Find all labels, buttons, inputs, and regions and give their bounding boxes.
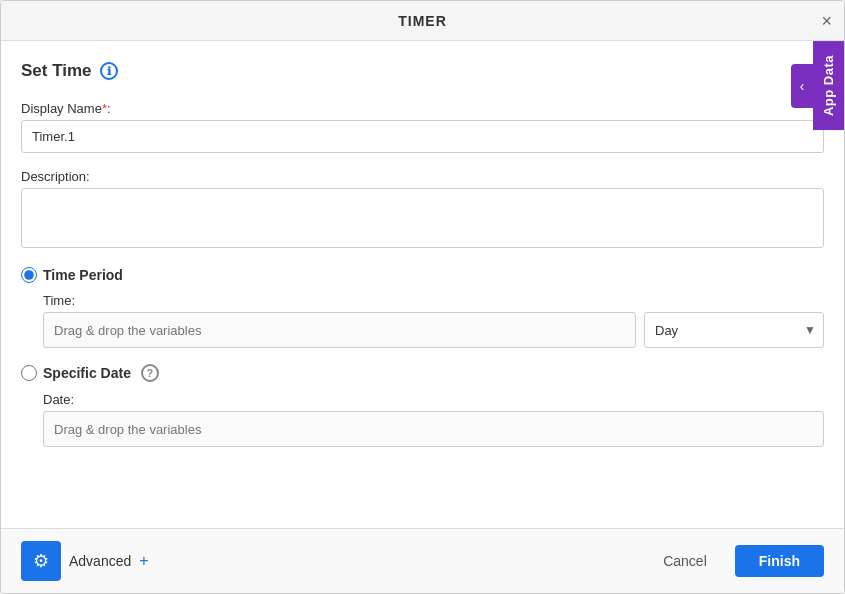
finish-button[interactable]: Finish — [735, 545, 824, 577]
modal-header: TIMER × — [1, 1, 844, 41]
modal-body: Set Time ℹ Display Name*: Description: T… — [1, 41, 844, 528]
specific-date-label[interactable]: Specific Date — [43, 365, 131, 381]
gear-icon: ⚙ — [33, 550, 49, 572]
description-group: Description: — [21, 169, 824, 251]
description-textarea[interactable] — [21, 188, 824, 248]
modal-title: TIMER — [398, 13, 447, 29]
app-data-sidebar[interactable]: ‹ App Data — [791, 41, 844, 130]
app-data-chevron[interactable]: ‹ — [791, 64, 813, 108]
specific-date-radio-option[interactable]: Specific Date ? — [21, 364, 824, 382]
time-period-label[interactable]: Time Period — [43, 267, 123, 283]
gear-button[interactable]: ⚙ — [21, 541, 61, 581]
description-label: Description: — [21, 169, 824, 184]
close-button[interactable]: × — [821, 12, 832, 30]
add-icon[interactable]: + — [139, 552, 148, 570]
date-drag-drop-input[interactable] — [43, 411, 824, 447]
day-select-wrapper: Day Hour Minute Second Week Month Year ▼ — [644, 312, 824, 348]
day-select[interactable]: Day Hour Minute Second Week Month Year — [644, 312, 824, 348]
cancel-button[interactable]: Cancel — [647, 545, 723, 577]
info-icon[interactable]: ℹ — [100, 62, 118, 80]
advanced-section: ⚙ Advanced + — [21, 541, 149, 581]
time-period-radio-option[interactable]: Time Period — [21, 267, 824, 283]
time-label: Time: — [43, 293, 824, 308]
time-drag-drop-input[interactable] — [43, 312, 636, 348]
display-name-input[interactable] — [21, 120, 824, 153]
date-label: Date: — [43, 392, 824, 407]
display-name-label: Display Name*: — [21, 101, 824, 116]
time-row: Day Hour Minute Second Week Month Year ▼ — [43, 312, 824, 348]
modal-footer: ⚙ Advanced + Cancel Finish — [1, 528, 844, 593]
advanced-label: Advanced — [69, 553, 131, 569]
specific-date-radio[interactable] — [21, 365, 37, 381]
display-name-group: Display Name*: — [21, 101, 824, 153]
section-title-row: Set Time ℹ — [21, 61, 824, 81]
set-time-title: Set Time — [21, 61, 92, 81]
question-icon[interactable]: ? — [141, 364, 159, 382]
app-data-label[interactable]: App Data — [813, 41, 844, 130]
time-period-radio[interactable] — [21, 267, 37, 283]
required-star: * — [102, 101, 107, 116]
time-period-content: Time: Day Hour Minute Second Week Month … — [43, 293, 824, 348]
specific-date-content: Date: — [43, 392, 824, 447]
footer-actions: Cancel Finish — [647, 545, 824, 577]
